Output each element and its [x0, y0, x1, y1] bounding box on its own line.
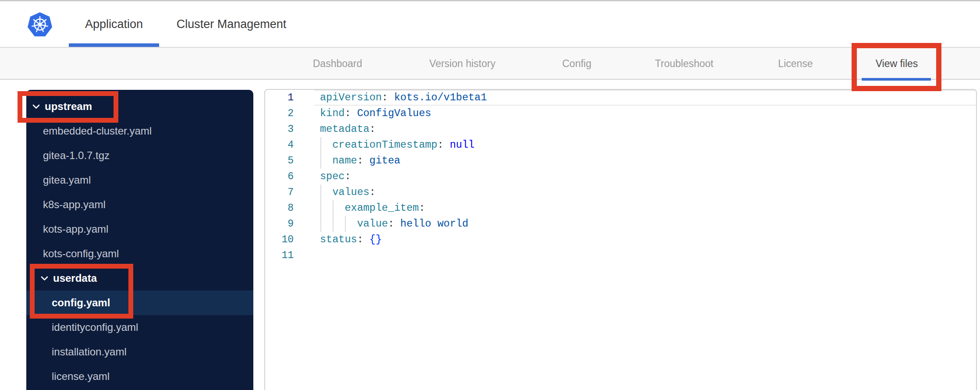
indent-guide — [333, 216, 334, 232]
tab-license[interactable]: License — [778, 58, 813, 70]
line-number: 5 — [265, 153, 294, 169]
code-line: 2kind: ConfigValues — [265, 106, 976, 121]
line-number: 9 — [265, 216, 294, 232]
code-line: 11 — [265, 248, 976, 263]
indent-guide — [320, 153, 321, 169]
tree-file-label: installation.yaml — [52, 346, 127, 358]
active-subtab-underline — [862, 78, 931, 81]
tab-dashboard[interactable]: Dashboard — [313, 58, 362, 70]
code-line: 3metadata: — [265, 121, 976, 137]
code-text: apiVersion: kots.io/v1beta1 — [320, 90, 976, 106]
tree-file[interactable]: identityconfig.yaml — [26, 315, 253, 340]
code-text: metadata: — [320, 121, 976, 137]
code-text: values: — [320, 184, 976, 200]
tree-file-label: identityconfig.yaml — [52, 321, 138, 333]
line-number: 1 — [265, 90, 294, 106]
tree-file[interactable]: embedded-cluster.yaml — [26, 119, 253, 143]
code-text — [320, 248, 976, 263]
tab-cluster-management[interactable]: Cluster Management — [167, 1, 296, 47]
tree-folder-label: userdata — [53, 272, 97, 284]
active-tab-underline — [69, 43, 159, 47]
tree-file-label: gitea-1.0.7.tgz — [43, 149, 110, 162]
top-nav-bar: Application Cluster Management — [0, 1, 980, 47]
line-number: 2 — [265, 106, 294, 121]
tree-file-label: embedded-cluster.yaml — [43, 125, 152, 137]
code-line: 5 name: gitea — [265, 153, 976, 169]
tab-application[interactable]: Application — [69, 1, 159, 47]
code-text: name: gitea — [320, 153, 976, 169]
tree-file-label: gitea.yaml — [43, 174, 91, 186]
code-line: 10status: {} — [265, 232, 976, 248]
tab-troubleshoot[interactable]: Troubleshoot — [655, 58, 713, 70]
tree-folder-userdata[interactable]: userdata — [26, 266, 253, 291]
tree-file-label: kots-app.yaml — [43, 223, 108, 235]
indent-guide — [320, 137, 321, 153]
tree-file-label: k8s-app.yaml — [43, 199, 106, 211]
tree-file[interactable]: installation.yaml — [26, 340, 253, 364]
indent-guide — [333, 200, 334, 216]
tree-folder-upstream[interactable]: upstream — [26, 94, 253, 119]
tree-file-label: kots-config.yaml — [43, 248, 119, 260]
code-text: kind: ConfigValues — [320, 106, 976, 121]
tree-file[interactable]: k8s-app.yaml — [26, 192, 253, 217]
line-number: 4 — [265, 137, 294, 153]
indent-guide — [320, 216, 321, 232]
line-number: 3 — [265, 121, 294, 137]
code-line: 1apiVersion: kots.io/v1beta1 — [265, 90, 976, 106]
code-line: 6spec: — [265, 169, 976, 184]
code-line: 7 values: — [265, 184, 976, 200]
line-number: 10 — [265, 232, 294, 248]
code-text: spec: — [320, 169, 976, 184]
line-number: 8 — [265, 200, 294, 216]
code-text: status: {} — [320, 232, 976, 248]
indent-guide — [345, 216, 346, 232]
code-line: 9 value: hello world — [265, 216, 976, 232]
tree-file[interactable]: kots-config.yaml — [26, 241, 253, 266]
tree-file-label: license.yaml — [52, 370, 110, 383]
tree-file-selected[interactable]: config.yaml — [26, 291, 253, 315]
code-text: value: hello world — [320, 216, 976, 232]
tree-file[interactable]: gitea-1.0.7.tgz — [26, 143, 253, 168]
code-text: creationTimestamp: null — [320, 137, 976, 153]
indent-guide — [320, 200, 321, 216]
tree-file[interactable]: kots-app.yaml — [26, 217, 253, 241]
tree-folder-label: upstream — [45, 100, 92, 113]
tree-file[interactable]: license.yaml — [26, 364, 253, 389]
tab-config[interactable]: Config — [562, 58, 591, 70]
code-line: 8 example_item: — [265, 200, 976, 216]
kubernetes-logo-icon[interactable] — [27, 12, 53, 38]
app-sub-nav: Dashboard Version history Config Trouble… — [0, 47, 980, 80]
kots-admin-console: Application Cluster Management Dashboard… — [0, 0, 980, 390]
chevron-down-icon — [32, 104, 40, 109]
tab-version-history[interactable]: Version history — [430, 58, 496, 70]
tree-file[interactable]: gitea.yaml — [26, 168, 253, 192]
line-number: 7 — [265, 184, 294, 200]
code-text: example_item: — [320, 200, 976, 216]
indent-guide — [320, 184, 321, 200]
chevron-down-icon — [41, 276, 48, 281]
tree-file-label: config.yaml — [52, 297, 110, 309]
tab-view-files[interactable]: View files — [876, 58, 918, 70]
line-number: 6 — [265, 169, 294, 184]
code-line: 4 creationTimestamp: null — [265, 137, 976, 153]
line-number: 11 — [265, 248, 294, 263]
file-tree-sidebar: upstream embedded-cluster.yaml gitea-1.0… — [26, 90, 253, 390]
yaml-file-viewer[interactable]: 1apiVersion: kots.io/v1beta1 2kind: Conf… — [264, 89, 977, 390]
